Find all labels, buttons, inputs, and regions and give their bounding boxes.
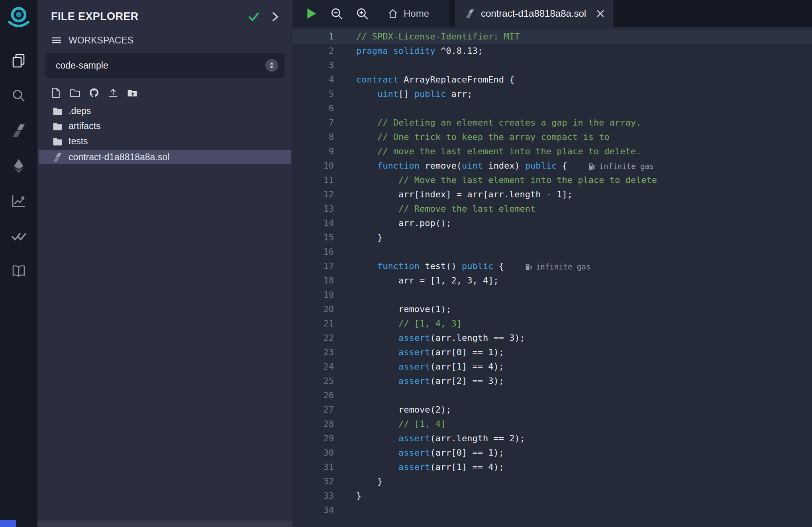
code-line[interactable]: 20 remove(1); <box>292 302 812 317</box>
folder-name: .deps <box>69 106 91 116</box>
code-line[interactable]: 6 <box>292 101 812 116</box>
file-explorer-panel: FILE EXPLORER WORKSPACES code-sample <box>37 0 292 527</box>
workspaces-row: WORKSPACES <box>37 23 292 46</box>
code-line[interactable]: 30 assert(arr[0] == 1); <box>292 446 812 460</box>
code-editor[interactable]: 1// SPDX-License-Identifier: MIT2pragma … <box>292 27 812 527</box>
upload-file-icon[interactable] <box>108 87 119 98</box>
code-line[interactable]: 1// SPDX-License-Identifier: MIT <box>292 29 812 44</box>
line-number: 7 <box>292 116 334 130</box>
github-icon[interactable] <box>88 87 100 98</box>
line-number: 20 <box>292 302 334 317</box>
line-number: 17 <box>292 259 334 273</box>
code-line[interactable]: 23 assert(arr[0] == 1); <box>292 345 812 360</box>
solidity-file-icon <box>465 8 475 19</box>
file-explorer-icon[interactable] <box>11 53 27 69</box>
file-row[interactable]: contract-d1a8818a8a.sol <box>39 150 291 164</box>
line-number: 26 <box>292 388 334 403</box>
home-icon <box>387 8 398 19</box>
unit-testing-icon[interactable] <box>11 228 27 244</box>
line-number: 30 <box>292 446 334 460</box>
line-number: 32 <box>292 474 334 489</box>
code-line[interactable]: 24 assert(arr[1] == 4); <box>292 360 812 374</box>
code-line[interactable]: 16 <box>292 245 812 259</box>
folder-name: tests <box>69 136 88 147</box>
line-number: 31 <box>292 460 334 474</box>
folder-row[interactable]: tests <box>37 134 292 149</box>
code-line[interactable]: 28 // [1, 4] <box>292 417 812 431</box>
line-number: 27 <box>292 403 334 417</box>
line-number: 34 <box>292 503 334 517</box>
search-icon[interactable] <box>11 88 27 104</box>
code-line[interactable]: 29 assert(arr.length == 2); <box>292 431 812 446</box>
code-line[interactable]: 2pragma solidity ^0.8.13; <box>292 44 812 58</box>
code-line[interactable]: 14 arr.pop(); <box>292 216 812 230</box>
tab-contract-file[interactable]: contract-d1a8818a8a.sol <box>455 0 614 27</box>
editor-controls: Home <box>292 0 449 27</box>
code-line[interactable]: 34 <box>292 503 812 517</box>
code-line[interactable]: 13 // Remove the last element <box>292 202 812 216</box>
code-line[interactable]: 19 <box>292 288 812 302</box>
icon-rail <box>0 0 37 527</box>
remix-logo[interactable] <box>6 4 32 30</box>
code-line[interactable]: 25 assert(arr[2] == 3); <box>292 374 812 388</box>
gas-pump-icon <box>525 263 532 271</box>
line-number: 22 <box>292 331 334 345</box>
tab-home[interactable]: Home <box>387 8 429 19</box>
code-line[interactable]: 11 // Move the last element into the pla… <box>292 173 812 187</box>
new-folder-icon[interactable] <box>69 87 80 98</box>
code-line[interactable]: 8 // One trick to keep the array compact… <box>292 130 812 144</box>
folder-row[interactable]: artifacts <box>37 118 292 134</box>
code-line[interactable]: 15 } <box>292 230 812 245</box>
code-line[interactable]: 18 arr = [1, 2, 3, 4]; <box>292 273 812 288</box>
workspace-select-value: code-sample <box>56 60 265 71</box>
file-name: contract-d1a8818a8a.sol <box>69 152 169 163</box>
line-number: 18 <box>292 273 334 288</box>
tab-close-icon[interactable] <box>596 9 605 18</box>
chevron-right-icon[interactable] <box>269 11 281 23</box>
analysis-chart-icon[interactable] <box>11 193 27 209</box>
line-number: 29 <box>292 431 334 446</box>
zoom-out-icon[interactable] <box>330 7 343 20</box>
run-play-icon[interactable] <box>304 7 318 20</box>
code-line[interactable]: 33} <box>292 489 812 503</box>
file-explorer-toolbar <box>37 78 292 98</box>
code-line[interactable]: 27 remove(2); <box>292 403 812 417</box>
code-line[interactable]: 7 // Deleting an element creates a gap i… <box>292 116 812 130</box>
editor-area: Home contract-d1a8818a8a.sol <box>292 0 812 527</box>
hamburger-menu-icon[interactable] <box>51 35 62 46</box>
line-number: 11 <box>292 173 334 187</box>
folder-icon <box>52 136 63 147</box>
folder-icon <box>52 106 63 116</box>
panel-title: FILE EXPLORER <box>51 10 238 23</box>
code-line[interactable]: 32 } <box>292 474 812 489</box>
plugins-book-icon[interactable] <box>11 263 27 279</box>
line-number: 24 <box>292 360 334 374</box>
folder-row[interactable]: .deps <box>37 103 292 118</box>
code-line[interactable]: 10 function remove(uint index) public { … <box>292 159 812 173</box>
remix-logo-icon <box>6 4 32 30</box>
line-number: 4 <box>292 73 334 87</box>
rail-nav <box>11 53 27 279</box>
workspace-select[interactable]: code-sample <box>45 53 284 78</box>
workspaces-label: WORKSPACES <box>69 35 133 46</box>
code-line[interactable]: 12 arr[index] = arr[arr.length - 1]; <box>292 187 812 202</box>
code-line[interactable]: 17 function test() public { infinite gas <box>292 259 812 273</box>
code-line[interactable]: 21 // [1, 4, 3] <box>292 317 812 331</box>
code-line[interactable]: 9 // move the last element into the plac… <box>292 144 812 159</box>
new-file-icon[interactable] <box>50 87 61 98</box>
zoom-in-icon[interactable] <box>355 7 369 20</box>
upload-folder-icon[interactable] <box>127 87 138 98</box>
code-line[interactable]: 3 <box>292 58 812 73</box>
tab-contract-label: contract-d1a8818a8a.sol <box>481 8 596 19</box>
check-icon <box>248 11 260 23</box>
deploy-and-run-icon[interactable] <box>11 158 27 174</box>
code-lines: 1// SPDX-License-Identifier: MIT2pragma … <box>292 29 812 517</box>
code-line[interactable]: 4contract ArrayReplaceFromEnd { <box>292 73 812 87</box>
line-number: 3 <box>292 58 334 73</box>
code-line[interactable]: 22 assert(arr.length == 3); <box>292 331 812 345</box>
code-line[interactable]: 5 uint[] public arr; <box>292 87 812 101</box>
solidity-compiler-icon[interactable] <box>11 123 27 139</box>
code-line[interactable]: 31 assert(arr[1] == 4); <box>292 460 812 474</box>
code-line[interactable]: 26 <box>292 388 812 403</box>
line-number: 13 <box>292 202 334 216</box>
